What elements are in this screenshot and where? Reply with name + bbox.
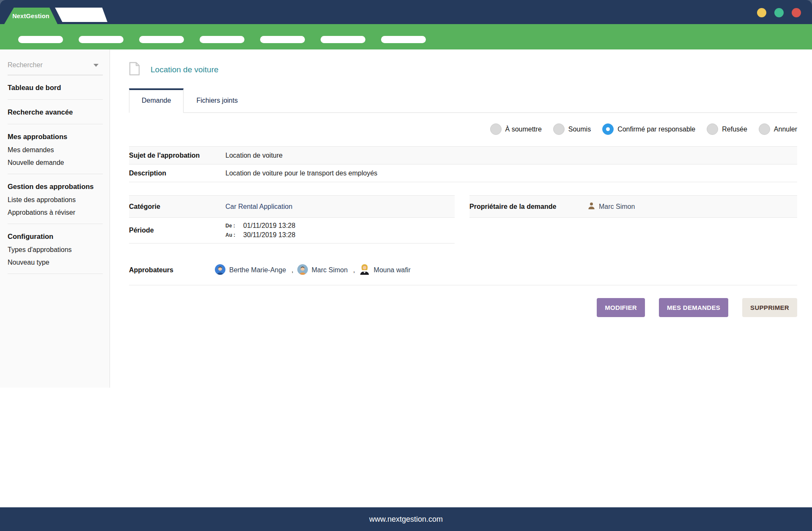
radio-label: Soumis — [568, 126, 591, 133]
nav-pill-placeholder — [381, 36, 426, 43]
window-close-dot-icon[interactable] — [792, 8, 801, 17]
main-panel: Location de voiture Demande Fichiers joi… — [110, 49, 812, 317]
tab-fichiers-joints[interactable]: Fichiers joints — [184, 89, 250, 112]
period-label: Période — [129, 227, 225, 234]
sidebar-item-liste-des-approbations[interactable]: Liste des approbations — [8, 192, 103, 205]
category-label: Catégorie — [129, 203, 225, 211]
window-controls — [757, 8, 801, 17]
footer-url: www.nextgestion.com — [369, 515, 443, 524]
window-maximize-dot-icon[interactable] — [774, 8, 784, 17]
sidebar-section: Configuration Types d'approbations Nouve… — [8, 224, 103, 274]
subject-label: Sujet de l'approbation — [129, 152, 225, 159]
period-from-label: De : — [225, 223, 243, 229]
sidebar-section: Gestion des approbations Liste des appro… — [8, 174, 103, 224]
sidebar-section: Recherche avancée — [8, 100, 103, 124]
footer: www.nextgestion.com — [0, 507, 812, 531]
mes-demandes-button[interactable]: MES DEMANDES — [659, 298, 728, 317]
sidebar-item-recherche-avancee[interactable]: Recherche avancée — [8, 107, 103, 118]
table-row-category: Catégorie Car Rental Application — [129, 196, 455, 218]
owner-label: Propriétaire de la demande — [469, 203, 588, 211]
nav-pill-placeholder — [139, 36, 184, 43]
brand-tab[interactable]: NextGestion — [4, 8, 58, 24]
radio-label: À soumettre — [505, 126, 542, 133]
app-window: NextGestion Rechercher Tableau — [0, 0, 812, 531]
table-row-owner: Propriétaire de la demande Marc Simon — [469, 196, 797, 218]
radio-soumis[interactable]: Soumis — [553, 123, 591, 135]
owner-value: Marc Simon — [599, 203, 635, 211]
period-to-value: 30/11/2019 13:28 — [243, 231, 295, 239]
radio-icon — [759, 123, 770, 135]
chevron-down-icon — [93, 64, 99, 67]
sidebar-item-approbations-a-reviser[interactable]: Approbations à réviser — [8, 205, 103, 217]
period-to-label: Au : — [225, 232, 243, 238]
radio-label: Confirmé par responsable — [617, 126, 695, 133]
radio-a-soumettre[interactable]: À soumettre — [490, 123, 542, 135]
period-values: De : 01/11/2019 13:28 Au : 30/11/2019 13… — [225, 222, 295, 239]
approver-name: Marc Simon — [312, 266, 348, 274]
sidebar-group-gestion-des-approbations[interactable]: Gestion des approbations — [8, 181, 103, 192]
approver-mouna-wafir[interactable]: Mouna wafir — [359, 264, 411, 276]
sidebar: Rechercher Tableau de bord Recherche ava… — [0, 49, 110, 388]
browser-tab-placeholder — [55, 8, 107, 22]
radio-annuler[interactable]: Annuler — [759, 123, 797, 135]
description-value: Location de voiture pour le transport de… — [225, 170, 377, 177]
approver-separator: , — [291, 266, 293, 274]
approver-berthe-marie-ange[interactable]: Berthe Marie-Ange — [215, 264, 286, 276]
period-from-line: De : 01/11/2019 13:28 — [225, 222, 295, 230]
tab-demande[interactable]: Demande — [129, 88, 184, 113]
details-columns: Catégorie Car Rental Application Période… — [129, 195, 797, 244]
titlebar-backdrop: NextGestion — [0, 0, 812, 24]
approver-name: Mouna wafir — [374, 266, 411, 274]
radio-label: Refusée — [722, 126, 747, 133]
period-from-value: 01/11/2019 13:28 — [243, 222, 295, 230]
radio-icon — [553, 123, 565, 135]
approvers-list: Berthe Marie-Ange , — [215, 264, 411, 276]
sidebar-item-nouveau-type[interactable]: Nouveau type — [8, 255, 103, 267]
sidebar-group-configuration[interactable]: Configuration — [8, 231, 103, 242]
sidebar-item-types-dapprobations[interactable]: Types d'approbations — [8, 242, 103, 255]
approver-separator: , — [353, 266, 355, 274]
sidebar-section: Tableau de bord — [8, 75, 103, 100]
supprimer-button[interactable]: SUPPRIMER — [742, 298, 797, 317]
brand-logo-text: NextGestion — [12, 13, 49, 19]
sidebar-item-tableau-de-bord[interactable]: Tableau de bord — [8, 82, 103, 93]
window-minimize-dot-icon[interactable] — [757, 8, 766, 17]
owner-cell: Marc Simon — [588, 202, 635, 211]
status-radio-group: À soumettre Soumis Confirmé par responsa… — [129, 123, 797, 135]
nav-pill-placeholder — [321, 36, 365, 43]
action-buttons: MODIFIER MES DEMANDES SUPPRIMER — [129, 298, 797, 317]
user-icon — [588, 202, 595, 211]
page-title: Location de voiture — [151, 65, 219, 74]
radio-selected-icon — [602, 123, 614, 135]
radio-refusee[interactable]: Refusée — [707, 123, 747, 135]
content-area: Rechercher Tableau de bord Recherche ava… — [0, 49, 812, 507]
sidebar-item-mes-demandes[interactable]: Mes demandes — [8, 142, 103, 155]
window-titlebar: NextGestion — [0, 0, 812, 24]
category-period-table: Catégorie Car Rental Application Période… — [129, 195, 455, 244]
approvers-label: Approbateurs — [129, 266, 215, 274]
sidebar-item-nouvelle-demande[interactable]: Nouvelle demande — [8, 155, 103, 167]
approver-name: Berthe Marie-Ange — [229, 266, 286, 274]
tab-bar: Demande Fichiers joints — [129, 88, 797, 113]
category-value-link[interactable]: Car Rental Application — [225, 203, 292, 211]
owner-table: Propriétaire de la demande Marc Simon — [469, 195, 797, 244]
nav-pill-placeholder — [79, 36, 123, 43]
nav-pill-placeholder — [18, 36, 63, 43]
search-placeholder: Rechercher — [8, 61, 43, 69]
nav-pill-placeholder — [260, 36, 305, 43]
description-label: Description — [129, 170, 225, 177]
period-to-line: Au : 30/11/2019 13:28 — [225, 231, 295, 239]
sidebar-group-mes-approbations[interactable]: Mes approbations — [8, 131, 103, 142]
modifier-button[interactable]: MODIFIER — [597, 298, 645, 317]
request-summary-table: Sujet de l'approbation Location de voitu… — [129, 146, 797, 182]
table-row-description: Description Location de voiture pour le … — [129, 164, 797, 182]
approver-marc-simon[interactable]: Marc Simon — [297, 264, 348, 276]
radio-confirme-par-responsable[interactable]: Confirmé par responsable — [602, 123, 695, 135]
radio-icon — [707, 123, 718, 135]
table-row-subject: Sujet de l'approbation Location de voitu… — [129, 147, 797, 164]
search-dropdown[interactable]: Rechercher — [8, 60, 103, 75]
subject-value: Location de voiture — [225, 152, 283, 159]
main-navbar — [0, 24, 812, 49]
avatar-female-icon — [359, 264, 370, 276]
radio-icon — [490, 123, 502, 135]
